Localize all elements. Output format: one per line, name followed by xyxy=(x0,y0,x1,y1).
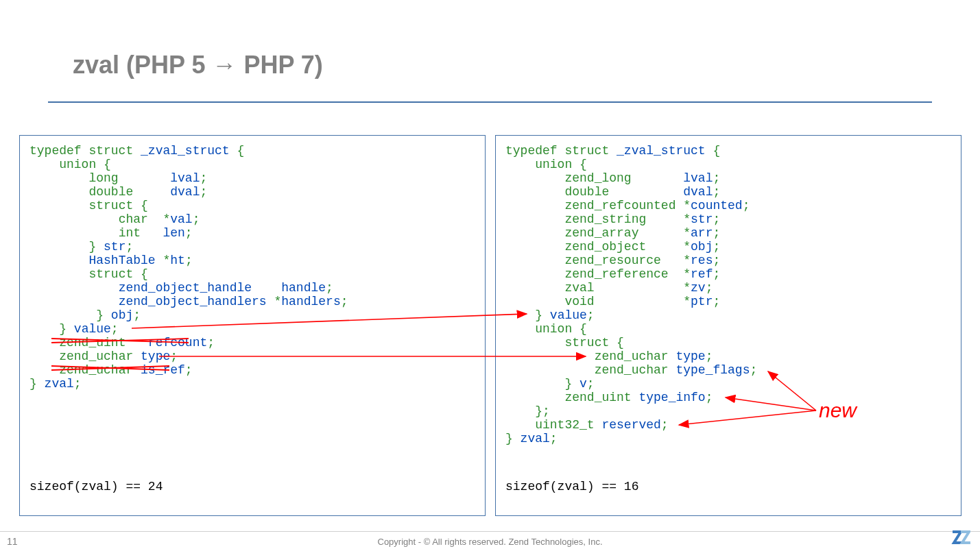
zend-logo-icon xyxy=(951,530,970,547)
code-block-php7: typedef struct _zval_struct { union { ze… xyxy=(505,144,951,445)
slide-title: zval (PHP 5 → PHP 7) xyxy=(73,51,323,79)
footer-divider xyxy=(0,531,980,532)
sizeof-php5: sizeof(zval) == 24 xyxy=(29,480,163,493)
code-panel-php5: typedef struct _zval_struct { union { lo… xyxy=(19,135,486,516)
code-block-php5: typedef struct _zval_struct { union { lo… xyxy=(29,144,475,391)
copyright-text: Copyright - © All rights reserved. Zend … xyxy=(0,537,980,547)
title-underline xyxy=(48,101,932,103)
code-panel-php7: typedef struct _zval_struct { union { ze… xyxy=(495,135,961,516)
sizeof-php7: sizeof(zval) == 16 xyxy=(505,480,638,493)
annotation-new: new xyxy=(819,399,857,422)
